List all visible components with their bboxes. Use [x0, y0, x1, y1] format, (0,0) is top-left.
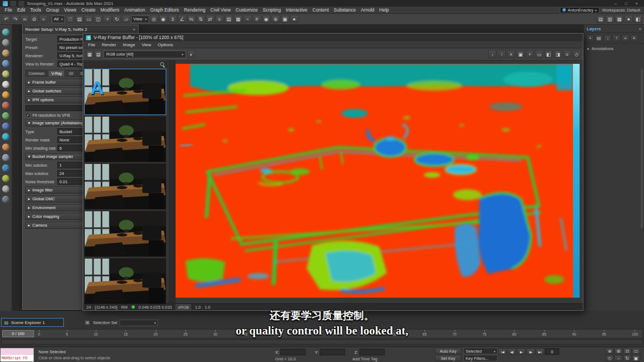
ribbon-toggle-icon[interactable]: ▦ — [234, 15, 243, 23]
mirror-icon[interactable]: ⇄ — [206, 15, 215, 23]
layer-explorer-toggle-icon[interactable]: ▥ — [605, 15, 614, 23]
render-setup-titlebar[interactable]: Render Setup: V-Ray 5, hotfix 2 × — [23, 25, 138, 34]
menu-item[interactable]: Modifiers — [98, 7, 122, 13]
save-image-icon[interactable]: ↓ — [488, 50, 496, 58]
menu-item[interactable]: Civil View — [208, 7, 233, 13]
left-tool-icon[interactable] — [2, 29, 9, 36]
folder-icon[interactable]: ▤ — [595, 35, 603, 42]
panel-menu-icon[interactable]: ≡ — [630, 35, 638, 42]
duplicate-to-host-icon[interactable]: ▣ — [516, 50, 525, 58]
transport-button[interactable]: |▶ — [526, 348, 535, 355]
save-layers-icon[interactable]: ↓ — [604, 35, 612, 42]
menu-item[interactable]: Animation — [122, 7, 148, 13]
left-tool-icon[interactable] — [2, 81, 9, 88]
left-tool-icon[interactable] — [2, 175, 9, 182]
menu-item[interactable]: Scripting — [260, 7, 283, 13]
zoom-extents-icon[interactable]: ⊡ — [623, 348, 631, 354]
render-setup-tab[interactable]: GI — [66, 70, 76, 77]
maxscript-mini-listener[interactable]: MAXScript FO — [0, 348, 34, 362]
time-slider[interactable]: 0 / 100 05101520253035404550556065707580… — [1, 329, 643, 338]
close-icon[interactable]: × — [638, 26, 641, 31]
history-thumbnail[interactable] — [84, 258, 166, 304]
select-and-manipulate-icon[interactable]: ◉ — [159, 15, 168, 23]
close-icon[interactable]: × — [133, 27, 135, 32]
listener-macro-line[interactable] — [1, 348, 34, 355]
menu-item[interactable]: Customize — [233, 7, 260, 13]
key-filters-button[interactable]: Key Filters... — [463, 355, 498, 361]
zoom-icon[interactable]: ⊕ — [605, 348, 614, 354]
menu-item[interactable]: File — [2, 7, 15, 13]
x-coordinate-field[interactable] — [280, 349, 305, 355]
annotations-section[interactable]: ▸ Annotations — [584, 44, 644, 53]
current-frame-field[interactable]: 0 — [545, 348, 559, 355]
set-key-button[interactable]: Set Key — [435, 355, 461, 361]
vfb-menu-item[interactable]: File — [85, 42, 99, 47]
workspace-icon[interactable]: ◧ — [634, 15, 642, 23]
load-layers-icon[interactable]: ↑ — [613, 35, 620, 42]
render-production-icon[interactable]: ● — [290, 15, 299, 23]
vfb-menu-item[interactable]: Options — [155, 42, 177, 47]
angle-snap-icon[interactable]: ∠ — [178, 15, 187, 23]
left-tool-icon[interactable] — [2, 112, 9, 119]
panel-scrollbar[interactable] — [641, 69, 643, 228]
rendered-frame-icon[interactable]: ▣ — [281, 15, 290, 23]
minimize-button[interactable]: – — [611, 1, 620, 6]
menu-item[interactable]: Interactive — [283, 7, 310, 13]
vfb-menu-item[interactable]: View — [138, 42, 154, 47]
add-time-tag[interactable]: Add Time Tag — [352, 356, 378, 361]
bind-to-space-warp-icon[interactable]: ≈ — [39, 15, 48, 23]
stamp-icon[interactable]: ≡ — [563, 50, 571, 58]
selection-region-icon[interactable]: ▭ — [84, 15, 93, 23]
left-tool-icon[interactable] — [2, 50, 9, 57]
scene-explorer-box[interactable]: ▤ Scene Explorer 1 — [1, 318, 64, 327]
render-setup-icon[interactable]: ⊛ — [271, 15, 280, 23]
region-render-icon[interactable]: ▭ — [535, 50, 543, 58]
menu-item[interactable]: Graph Editors — [148, 7, 181, 13]
left-tool-icon[interactable] — [2, 60, 9, 67]
vfb-menu-item[interactable]: Render — [99, 42, 119, 47]
menu-item[interactable]: Group — [43, 7, 62, 13]
left-tool-icon[interactable] — [2, 91, 9, 98]
history-thumbnail[interactable] — [84, 211, 166, 257]
menu-item[interactable]: Tools — [28, 7, 43, 13]
srgb-toggle[interactable]: sRGB — [176, 304, 191, 310]
menu-item[interactable]: Rendering — [182, 7, 208, 13]
load-image-icon[interactable]: ↑ — [498, 50, 506, 58]
checkbox-checked-icon[interactable]: ✓ — [25, 113, 30, 118]
display-correction-icon[interactable]: ◐ — [187, 50, 195, 58]
track-mouse-icon[interactable]: + — [526, 50, 534, 58]
transport-button[interactable]: ▶| — [536, 348, 544, 355]
left-tool-icon[interactable] — [2, 102, 9, 109]
left-tool-icon[interactable] — [2, 133, 9, 140]
select-by-name-icon[interactable]: ▤ — [75, 15, 84, 23]
key-mode-dropdown[interactable]: Selected▾ — [463, 348, 498, 354]
percent-snap-icon[interactable]: % — [187, 15, 196, 23]
quick-access-undo-icon[interactable] — [19, 1, 24, 6]
select-and-move-icon[interactable]: + — [103, 15, 112, 23]
listener-script-line[interactable]: MAXScript FO — [1, 355, 34, 361]
history-thumbnail[interactable] — [84, 163, 166, 210]
left-tool-icon[interactable] — [2, 164, 9, 172]
lens-effects-icon[interactable]: ◇ — [572, 50, 581, 58]
zoom-region-icon[interactable]: ▭ — [632, 348, 640, 354]
select-and-rotate-icon[interactable]: ↻ — [112, 15, 121, 23]
left-tool-icon[interactable] — [2, 196, 9, 203]
workspace-selector[interactable]: Workspaces: Default — [602, 8, 640, 13]
render-setup-tab[interactable]: V-Ray — [48, 70, 65, 77]
auto-key-button[interactable]: Auto Key — [435, 348, 461, 354]
curve-editor-icon[interactable]: ~ — [243, 15, 252, 23]
z-coordinate-field[interactable] — [359, 349, 385, 355]
compare-vertical-icon[interactable]: ◨ — [554, 50, 562, 58]
reference-coordinate-dropdown[interactable]: View ▾ — [131, 15, 149, 23]
app-logo-icon[interactable] — [3, 1, 8, 6]
menu-item[interactable]: Edit — [15, 7, 28, 13]
transport-button[interactable]: |◀ — [498, 348, 507, 355]
orbit-icon[interactable]: ↻ — [623, 355, 631, 361]
vfb-menu-item[interactable]: Image — [119, 42, 138, 47]
channel-dropdown[interactable]: RGB color [40] ▾ — [103, 51, 186, 58]
quick-access-save-icon[interactable] — [10, 1, 16, 6]
maximize-viewport-icon[interactable]: ▣ — [632, 355, 640, 361]
named-selection-icon[interactable]: ⊞ — [84, 319, 91, 326]
ribbon-icon[interactable]: ▦ — [615, 15, 624, 23]
left-tool-icon[interactable] — [2, 39, 9, 46]
